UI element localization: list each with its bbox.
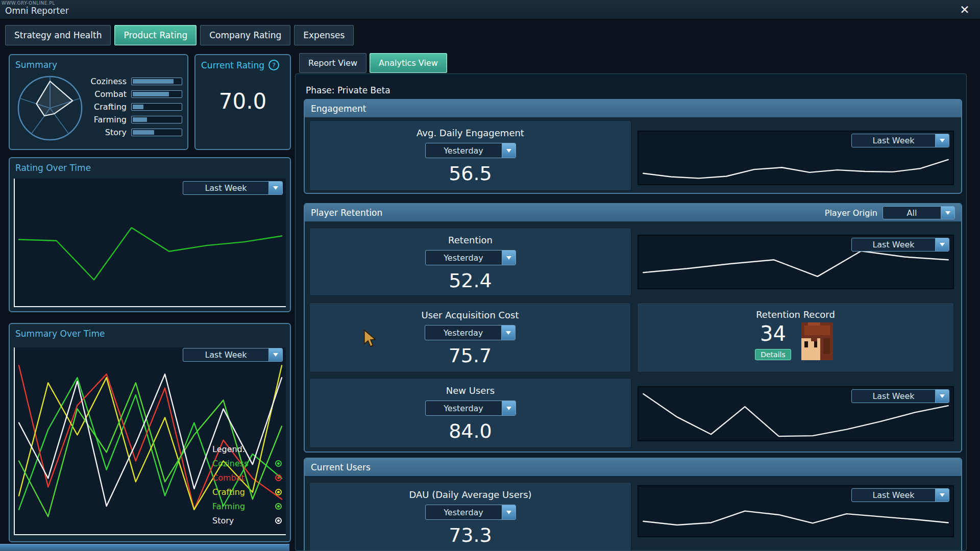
summary-panel: Summary Coziness Combat Crafting Farming…	[9, 54, 188, 150]
summary-over-time-title: Summary Over Time	[10, 324, 290, 341]
attribute-bar	[131, 90, 182, 98]
retention-record-card: Retention Record 34 Details	[637, 303, 954, 372]
tab-report-view[interactable]: Report View	[299, 53, 366, 73]
dropdown-value: Last Week	[852, 238, 935, 251]
legend-label: Farming	[212, 502, 245, 511]
tab-analytics-view[interactable]: Analytics View	[370, 53, 447, 73]
farming-legend-icon	[275, 503, 282, 510]
tab-strategy-and-health[interactable]: Strategy and Health	[5, 25, 111, 45]
attribute-label: Farming	[87, 115, 127, 124]
current-rating-title: Current Rating	[201, 60, 264, 70]
tab-product-rating[interactable]: Product Rating	[114, 25, 197, 45]
current-rating-value: 70.0	[195, 89, 290, 114]
engagement-panel-header: Engagement	[305, 100, 961, 117]
retention-record-row: 34 Details	[755, 322, 836, 360]
current-users-panel: Current Users DAU (Daily Average Users) …	[304, 458, 962, 551]
attribute-label: Crafting	[87, 102, 127, 112]
tab-company-rating[interactable]: Company Rating	[200, 25, 290, 45]
dropdown-value: Last Week	[183, 348, 268, 361]
details-button[interactable]: Details	[755, 349, 791, 360]
engagement-trend-chart: Last Week	[638, 131, 954, 185]
chevron-down-icon	[935, 390, 949, 403]
attribute-label: Story	[87, 128, 127, 137]
attribute-row-farming: Farming	[87, 115, 182, 124]
rating-over-time-title: Rating Over Time	[10, 158, 290, 175]
help-icon[interactable]: ?	[268, 60, 279, 70]
dropdown-value: Last Week	[183, 182, 268, 194]
avg-daily-engagement-card: Avg. Daily Engagement Yesterday 56.5	[309, 120, 631, 191]
chevron-down-icon	[502, 401, 516, 415]
chevron-down-icon	[935, 238, 949, 251]
summary-panel-title: Summary	[10, 55, 187, 72]
metric-value: 73.3	[449, 524, 492, 546]
player-retention-panel-title: Player Retention	[311, 208, 382, 218]
retention-period-dropdown[interactable]: Yesterday	[425, 250, 516, 265]
retention-trend-chart: Last Week	[638, 235, 954, 289]
attribute-bar	[131, 78, 182, 85]
tab-expenses[interactable]: Expenses	[294, 25, 354, 45]
dau-period-dropdown[interactable]: Yesterday	[425, 505, 516, 520]
new-users-period-dropdown[interactable]: Yesterday	[425, 400, 516, 416]
attribute-label: Coziness	[87, 77, 127, 86]
attribute-bar	[131, 116, 182, 123]
horizontal-scrollbar[interactable]	[0, 544, 289, 551]
dropdown-value: All	[883, 207, 941, 219]
attribute-row-coziness: Coziness	[87, 77, 182, 86]
metric-label: User Acquisition Cost	[421, 310, 519, 320]
attribute-bar	[131, 103, 182, 111]
metric-value: 52.4	[449, 269, 492, 292]
chevron-down-icon	[935, 134, 949, 147]
current-users-panel-title: Current Users	[311, 462, 371, 472]
dau-card: DAU (Daily Average Users) Yesterday 73.3	[309, 482, 631, 551]
close-icon[interactable]: ✕	[957, 2, 973, 17]
dau-trend-chart: Last Week	[638, 485, 954, 537]
attribute-row-crafting: Crafting	[87, 103, 182, 111]
site-watermark: WWW.GRY-ONLINE.PL	[2, 1, 55, 6]
story-legend-icon	[275, 517, 282, 524]
dropdown-value: Yesterday	[425, 325, 501, 340]
legend-label: Combat	[212, 473, 244, 483]
metric-label: New Users	[446, 385, 495, 396]
legend-label: Crafting	[212, 487, 245, 497]
dropdown-value: Yesterday	[426, 143, 502, 158]
metric-label: DAU (Daily Average Users)	[409, 489, 531, 500]
new-users-card: New Users Yesterday 84.0	[309, 378, 631, 448]
analytics-view-panel: Phase: Private Beta Engagement Avg. Dail…	[295, 73, 967, 551]
attribute-row-story: Story	[87, 128, 182, 137]
sub-tab-bar: Report View Analytics View	[299, 53, 447, 73]
summary-body: Coziness Combat Crafting Farming Story	[10, 72, 187, 143]
chart-legend: Legend: Coziness Combat Crafting Farming…	[212, 444, 282, 530]
legend-item-coziness: Coziness	[212, 459, 282, 468]
chevron-down-icon	[502, 505, 516, 519]
metric-value: 84.0	[449, 420, 492, 442]
rating-over-time-range-dropdown[interactable]: Last Week	[183, 181, 283, 195]
legend-item-crafting: Crafting	[212, 487, 282, 497]
acquisition-period-dropdown[interactable]: Yesterday	[425, 325, 516, 340]
metric-label: Avg. Daily Engagement	[416, 128, 524, 138]
chevron-down-icon	[501, 325, 515, 340]
dropdown-value: Last Week	[852, 390, 935, 403]
retention-chart-range-dropdown[interactable]: Last Week	[851, 238, 949, 252]
engagement-chart-range-dropdown[interactable]: Last Week	[851, 134, 949, 147]
window-title: Omni Reporter	[5, 6, 69, 16]
crafting-legend-icon	[275, 489, 282, 495]
coziness-legend-icon	[275, 460, 282, 467]
dropdown-value: Last Week	[852, 134, 935, 147]
pixel-character-avatar	[798, 322, 836, 360]
dropdown-value: Yesterday	[426, 505, 502, 519]
new-users-chart-range-dropdown[interactable]: Last Week	[851, 389, 949, 403]
metric-value: 56.5	[449, 162, 492, 185]
engagement-period-dropdown[interactable]: Yesterday	[425, 143, 516, 158]
player-origin-group: Player Origin All	[825, 206, 955, 219]
current-rating-title-row: Current Rating ?	[195, 55, 290, 70]
summary-radar-chart	[15, 73, 85, 143]
phase-label: Phase: Private Beta	[306, 85, 390, 95]
player-origin-dropdown[interactable]: All	[883, 206, 955, 219]
metric-label: Retention	[448, 235, 493, 245]
dau-chart-range-dropdown[interactable]: Last Week	[851, 488, 949, 502]
summary-over-time-range-dropdown[interactable]: Last Week	[183, 348, 283, 362]
legend-item-farming: Farming	[212, 502, 282, 511]
legend-title: Legend:	[212, 444, 282, 454]
legend-item-story: Story	[212, 516, 282, 525]
retention-record-label: Retention Record	[756, 309, 835, 320]
